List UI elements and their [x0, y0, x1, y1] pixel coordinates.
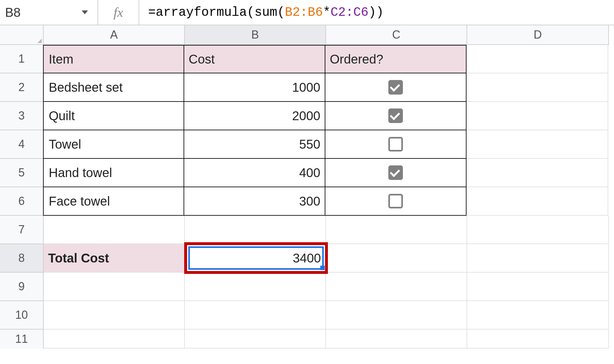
cell-D7[interactable]: [467, 216, 609, 244]
formula-func-sum: sum: [254, 5, 277, 20]
col-header-D[interactable]: D: [467, 25, 609, 45]
cell-D5[interactable]: [467, 159, 608, 187]
cell-D4[interactable]: [467, 130, 608, 159]
chevron-down-icon[interactable]: [82, 10, 88, 14]
item-ordered[interactable]: [325, 102, 467, 130]
table-row: [44, 273, 609, 301]
cell-D3[interactable]: [467, 102, 608, 130]
checkbox-icon[interactable]: [388, 137, 403, 151]
cells-container: Item Cost Ordered? Bedsheet set 1000: [44, 45, 609, 349]
cell-B7[interactable]: [185, 216, 326, 244]
item-cost[interactable]: 300: [184, 187, 325, 216]
cell-D2[interactable]: [467, 73, 608, 102]
formula-input[interactable]: =arrayformula(sum(B2:B6*C2:C6)): [139, 0, 614, 25]
cell-A7[interactable]: [44, 216, 185, 244]
col-header-C[interactable]: C: [326, 25, 467, 45]
table-row: [44, 330, 609, 349]
column-headers: A B C D: [0, 25, 614, 45]
item-cost[interactable]: 2000: [184, 102, 325, 130]
formula-bar: B8 fx =arrayformula(sum(B2:B6*C2:C6)): [0, 0, 614, 25]
header-cost[interactable]: Cost: [184, 45, 325, 73]
cell-B10[interactable]: [185, 301, 326, 330]
grid-body: 1 2 3 4 5 6 7 8 9 10 11 Item Cost Ordere…: [0, 45, 614, 349]
checkbox-icon[interactable]: [388, 108, 403, 123]
row-header-4[interactable]: 4: [0, 130, 44, 159]
table-row: Face towel 300: [44, 187, 609, 216]
row-header-8[interactable]: 8: [0, 244, 44, 273]
select-all-corner[interactable]: [0, 25, 44, 45]
formula-func-arrayformula: arrayformula: [156, 5, 247, 20]
cell-D6[interactable]: [467, 187, 608, 216]
table-row: Bedsheet set 1000: [44, 73, 609, 102]
fx-icon: fx: [114, 5, 123, 20]
cell-C11[interactable]: [326, 330, 467, 349]
table-row: [44, 301, 609, 330]
cell-A9[interactable]: [44, 273, 185, 301]
table-row: Quilt 2000: [44, 102, 609, 130]
table-row: Towel 550: [44, 130, 609, 159]
cell-D1[interactable]: [467, 45, 608, 73]
table-row: [44, 216, 609, 244]
cell-A10[interactable]: [44, 301, 185, 330]
formula-eq: =: [148, 5, 156, 20]
table-row: Total Cost 3400: [44, 244, 609, 273]
row-header-10[interactable]: 10: [0, 301, 44, 330]
cell-C8[interactable]: [326, 244, 467, 273]
checkbox-icon[interactable]: [388, 80, 403, 95]
formula-range-1: B2:B6: [285, 5, 323, 20]
row-header-6[interactable]: 6: [0, 187, 44, 216]
item-ordered[interactable]: [325, 187, 467, 216]
checkbox-icon[interactable]: [388, 194, 403, 208]
cell-D8[interactable]: [467, 244, 609, 273]
cell-B11[interactable]: [185, 330, 326, 349]
formula-op: *: [323, 5, 330, 20]
col-header-A[interactable]: A: [44, 25, 185, 45]
item-name[interactable]: Towel: [43, 130, 184, 159]
row-header-5[interactable]: 5: [0, 159, 44, 187]
item-ordered[interactable]: [325, 73, 467, 102]
item-name[interactable]: Bedsheet set: [43, 73, 184, 102]
header-ordered[interactable]: Ordered?: [325, 45, 467, 73]
cell-C7[interactable]: [326, 216, 467, 244]
row-header-2[interactable]: 2: [0, 73, 44, 102]
row-header-9[interactable]: 9: [0, 273, 44, 301]
item-name[interactable]: Hand towel: [43, 159, 184, 187]
row-headers: 1 2 3 4 5 6 7 8 9 10 11: [0, 45, 44, 349]
item-cost[interactable]: 400: [184, 159, 325, 187]
item-name[interactable]: Quilt: [43, 102, 184, 130]
cell-A11[interactable]: [44, 330, 185, 349]
cell-D9[interactable]: [467, 273, 609, 301]
cell-B9[interactable]: [185, 273, 326, 301]
item-cost[interactable]: 1000: [184, 73, 325, 102]
row-header-11[interactable]: 11: [0, 330, 44, 349]
row-header-3[interactable]: 3: [0, 102, 44, 130]
fx-button[interactable]: fx: [98, 0, 139, 25]
table-row: Item Cost Ordered?: [44, 45, 609, 73]
spreadsheet-grid: A B C D 1 2 3 4 5 6 7 8 9 10 11: [0, 25, 614, 364]
formula-range-2: C2:C6: [330, 5, 368, 20]
cell-reference-value: B8: [5, 5, 21, 20]
cell-D11[interactable]: [467, 330, 609, 349]
item-ordered[interactable]: [325, 159, 467, 187]
row-header-1[interactable]: 1: [0, 45, 44, 73]
item-cost[interactable]: 550: [184, 130, 325, 159]
cell-C9[interactable]: [326, 273, 467, 301]
col-header-B[interactable]: B: [185, 25, 326, 45]
total-label[interactable]: Total Cost: [44, 244, 185, 273]
item-ordered[interactable]: [325, 130, 467, 159]
cell-C10[interactable]: [326, 301, 467, 330]
table-row: Hand towel 400: [44, 159, 609, 187]
row-header-7[interactable]: 7: [0, 216, 44, 244]
header-item[interactable]: Item: [43, 45, 184, 73]
total-value[interactable]: 3400: [185, 244, 326, 273]
cell-reference-box[interactable]: B8: [0, 0, 98, 25]
cell-D10[interactable]: [467, 301, 609, 330]
item-name[interactable]: Face towel: [43, 187, 184, 216]
checkbox-icon[interactable]: [388, 165, 403, 180]
